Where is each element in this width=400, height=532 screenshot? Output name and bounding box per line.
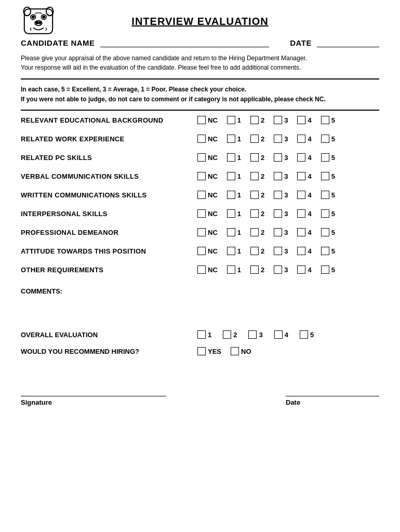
overall-checkbox-box[interactable] [197, 330, 206, 339]
checkbox-item[interactable]: 4 [297, 247, 311, 255]
checkbox-item[interactable]: 3 [274, 153, 288, 162]
checkbox-item[interactable]: 1 [227, 209, 241, 218]
checkbox-item[interactable]: 1 [227, 191, 241, 199]
checkbox-box[interactable] [297, 265, 305, 274]
recommend-checkbox-box[interactable] [231, 347, 239, 355]
checkbox-box[interactable] [197, 247, 206, 255]
overall-checkbox-box[interactable] [223, 330, 231, 339]
checkbox-box[interactable] [274, 247, 282, 255]
checkbox-item[interactable]: 2 [250, 135, 264, 143]
checkbox-item[interactable]: NC [197, 209, 218, 218]
checkbox-item[interactable]: 5 [321, 247, 335, 255]
checkbox-box[interactable] [197, 172, 206, 180]
checkbox-box[interactable] [250, 265, 259, 274]
checkbox-box[interactable] [321, 135, 329, 143]
checkbox-box[interactable] [321, 209, 329, 218]
checkbox-item[interactable]: 5 [321, 209, 335, 218]
checkbox-box[interactable] [321, 247, 329, 255]
checkbox-item[interactable]: 3 [274, 135, 288, 143]
checkbox-item[interactable]: 5 [321, 228, 335, 236]
checkbox-item[interactable]: 3 [274, 265, 288, 274]
checkbox-item[interactable]: 4 [297, 209, 311, 218]
checkbox-box[interactable] [321, 191, 329, 199]
checkbox-box[interactable] [227, 153, 235, 162]
checkbox-item[interactable]: 3 [274, 116, 288, 124]
checkbox-item[interactable]: NC [197, 265, 218, 274]
checkbox-box[interactable] [250, 228, 259, 236]
overall-checkbox-item[interactable]: 2 [223, 330, 237, 339]
checkbox-item[interactable]: 3 [274, 209, 288, 218]
checkbox-box[interactable] [297, 153, 305, 162]
checkbox-item[interactable]: 4 [297, 228, 311, 236]
checkbox-item[interactable]: 1 [227, 265, 241, 274]
checkbox-box[interactable] [227, 135, 235, 143]
checkbox-item[interactable]: 5 [321, 153, 335, 162]
checkbox-box[interactable] [197, 228, 206, 236]
checkbox-box[interactable] [274, 135, 282, 143]
checkbox-box[interactable] [197, 209, 206, 218]
checkbox-item[interactable]: 4 [297, 135, 311, 143]
checkbox-item[interactable]: 4 [297, 265, 311, 274]
checkbox-item[interactable]: 1 [227, 116, 241, 124]
checkbox-item[interactable]: 2 [250, 228, 264, 236]
checkbox-box[interactable] [321, 153, 329, 162]
checkbox-box[interactable] [274, 209, 282, 218]
recommend-checkbox-box[interactable] [197, 347, 206, 355]
recommend-checkbox-item[interactable]: NO [231, 347, 251, 355]
checkbox-box[interactable] [227, 172, 235, 180]
checkbox-box[interactable] [197, 153, 206, 162]
checkbox-box[interactable] [321, 265, 329, 274]
checkbox-item[interactable]: NC [197, 191, 218, 199]
checkbox-box[interactable] [227, 209, 235, 218]
checkbox-box[interactable] [250, 153, 259, 162]
checkbox-item[interactable]: 4 [297, 116, 311, 124]
checkbox-box[interactable] [250, 209, 259, 218]
checkbox-item[interactable]: 2 [250, 191, 264, 199]
checkbox-box[interactable] [297, 228, 305, 236]
checkbox-box[interactable] [321, 172, 329, 180]
checkbox-item[interactable]: 1 [227, 247, 241, 255]
checkbox-item[interactable]: NC [197, 228, 218, 236]
checkbox-box[interactable] [321, 116, 329, 124]
checkbox-item[interactable]: 3 [274, 172, 288, 180]
checkbox-box[interactable] [250, 135, 259, 143]
checkbox-box[interactable] [197, 265, 206, 274]
checkbox-box[interactable] [250, 116, 259, 124]
overall-checkbox-item[interactable]: 5 [300, 330, 314, 339]
overall-checkbox-item[interactable]: 3 [248, 330, 262, 339]
checkbox-box[interactable] [274, 172, 282, 180]
checkbox-box[interactable] [321, 228, 329, 236]
checkbox-item[interactable]: 2 [250, 153, 264, 162]
checkbox-item[interactable]: 5 [321, 135, 335, 143]
checkbox-box[interactable] [274, 153, 282, 162]
overall-checkbox-box[interactable] [300, 330, 308, 339]
checkbox-box[interactable] [274, 228, 282, 236]
checkbox-box[interactable] [297, 135, 305, 143]
checkbox-box[interactable] [197, 191, 206, 199]
checkbox-box[interactable] [227, 228, 235, 236]
overall-checkbox-item[interactable]: 1 [197, 330, 211, 339]
checkbox-item[interactable]: 1 [227, 153, 241, 162]
checkbox-box[interactable] [297, 191, 305, 199]
recommend-checkbox-item[interactable]: YES [197, 347, 221, 355]
checkbox-box[interactable] [297, 116, 305, 124]
checkbox-box[interactable] [227, 265, 235, 274]
overall-checkbox-box[interactable] [274, 330, 283, 339]
checkbox-item[interactable]: 5 [321, 191, 335, 199]
checkbox-item[interactable]: 3 [274, 247, 288, 255]
checkbox-box[interactable] [274, 116, 282, 124]
checkbox-box[interactable] [227, 191, 235, 199]
checkbox-item[interactable]: 4 [297, 191, 311, 199]
overall-checkbox-box[interactable] [248, 330, 257, 339]
checkbox-box[interactable] [297, 172, 305, 180]
checkbox-item[interactable]: 3 [274, 191, 288, 199]
checkbox-box[interactable] [250, 247, 259, 255]
checkbox-box[interactable] [250, 172, 259, 180]
checkbox-box[interactable] [227, 116, 235, 124]
checkbox-box[interactable] [227, 247, 235, 255]
checkbox-item[interactable]: 3 [274, 228, 288, 236]
checkbox-box[interactable] [297, 247, 305, 255]
checkbox-item[interactable]: NC [197, 153, 218, 162]
checkbox-box[interactable] [274, 265, 282, 274]
overall-checkbox-item[interactable]: 4 [274, 330, 288, 339]
